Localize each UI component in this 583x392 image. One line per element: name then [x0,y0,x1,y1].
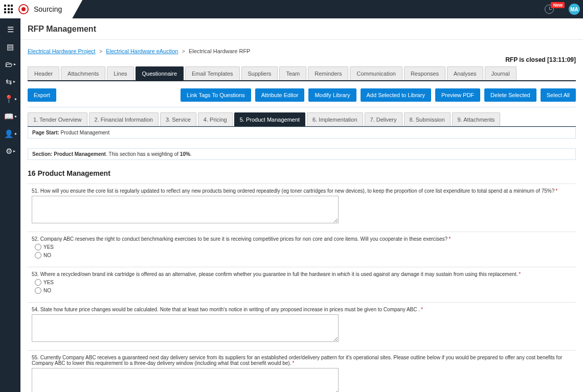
sidebar-item-list[interactable]: ▤ [0,39,20,54]
question-52: 52. Company ABC reserves the right to co… [28,232,576,267]
sidebar-item-folder[interactable]: 🗁▸ [0,56,20,72]
subtab-delivery[interactable]: 7. Delivery [365,112,402,126]
new-badge: New [551,2,565,8]
topbar-right: New MA [545,0,580,18]
chevron-right-icon: ▸ [15,114,17,119]
tab-attachments[interactable]: Attachments [61,66,105,80]
radio-option-no[interactable]: NO [35,287,576,294]
page-start-label: Page Start: [32,130,59,135]
sidebar-item-transfer[interactable]: ⇆▸ [0,74,20,89]
status-text: RFP is closed [13:11:09] [28,56,576,63]
top-tabs: Header Attachments Lines Questionnaire E… [28,66,576,81]
page-start-value: Product Management [61,130,110,135]
breadcrumb-link-2[interactable]: Electrical Hardware eAuction [106,48,178,54]
answer-textarea-55[interactable] [32,368,339,392]
delete-selected-button[interactable]: Delete Selected [484,88,536,102]
tab-journal[interactable]: Journal [485,66,517,80]
subtab-product-management[interactable]: 5. Product Management [234,112,305,126]
attribute-editor-button[interactable]: Attribute Editor [255,88,305,102]
section-weight-text: . This section has a weighting of [106,151,180,157]
tab-questionnaire[interactable]: Questionnaire [136,66,184,80]
page-start-strip: Page Start: Product Management [28,127,576,139]
main-panel: RFP Management Electrical Hardware Proje… [20,18,583,392]
radio-option-yes[interactable]: YES [35,279,576,286]
toolbar: Export Link Tags To Questions Attribute … [28,88,576,107]
page-title: RFP Management [20,18,583,40]
sidebar: ☰ ▤ 🗁▸ ⇆▸ 📍▸ 📖▸ 👤▸ ⚙▸ [0,18,20,392]
radio-input[interactable] [35,287,41,294]
subtab-pricing[interactable]: 4. Pricing [198,112,233,126]
user-icon: 👤 [4,130,14,137]
subtab-financial-information[interactable]: 2. Financial Information [89,112,159,126]
subtab-submission[interactable]: 8. Submission [404,112,451,126]
breadcrumb-link-1[interactable]: Electrical Hardware Project [28,48,96,54]
link-tags-button[interactable]: Link Tags To Questions [181,88,251,102]
tab-reminders[interactable]: Reminders [308,66,348,80]
transfer-icon: ⇆ [6,78,12,85]
required-mark: * [555,188,557,194]
sidebar-item-location[interactable]: 📍▸ [0,91,20,106]
answer-textarea-54[interactable] [32,314,339,342]
question-label: 55. Currently Company ABC receives a gua… [32,355,576,366]
subtab-attachments[interactable]: 9. Attachments [452,112,501,126]
subtab-service[interactable]: 3. Service [160,112,196,126]
section-name: Product Management [54,151,106,157]
radio-label: NO [43,288,51,293]
sidebar-item-settings[interactable]: ⚙▸ [0,143,20,158]
tab-communication[interactable]: Communication [350,66,402,80]
question-53: 53. Where a recycled/own brand ink cartr… [28,267,576,302]
location-icon: 📍 [4,95,14,103]
brand-logo [18,4,29,14]
question-label: 54. State how future price changes would… [32,307,576,312]
required-mark: * [449,236,451,242]
breadcrumb-sep: > [99,48,102,54]
radio-input[interactable] [35,244,41,250]
section-title: 16 Product Management [28,169,576,177]
chevron-right-icon: ▸ [15,131,17,136]
export-button[interactable]: Export [28,88,56,102]
tab-lines[interactable]: Lines [107,66,133,80]
topbar: Sourcing New MA [0,0,583,18]
add-to-library-button[interactable]: Add Selected to Library [361,88,431,102]
menu-button[interactable]: ☰ [0,21,20,37]
tab-email-templates[interactable]: Email Templates [185,66,240,80]
radio-input[interactable] [35,279,41,286]
radio-label: YES [43,280,54,285]
radio-label: YES [43,244,54,250]
brand-text: Sourcing [34,5,62,13]
breadcrumb-sep: > [182,48,185,54]
breadcrumb-current: Electrical Hardware RFP [189,48,250,54]
avatar[interactable]: MA [569,4,580,15]
subtab-tender-overview[interactable]: 1. Tender Overview [28,112,87,126]
sidebar-item-user[interactable]: 👤▸ [0,126,20,141]
chevron-right-icon: ▸ [14,62,16,66]
tab-analyses[interactable]: Analyses [447,66,483,80]
apps-icon[interactable] [4,5,13,14]
question-label: 52. Company ABC reserves the right to co… [32,236,576,242]
tab-team[interactable]: Team [279,66,306,80]
tab-header[interactable]: Header [28,66,59,80]
chevron-right-icon: ▸ [15,97,17,101]
subtab-implementation[interactable]: 6. Implementation [307,112,363,126]
required-mark: * [519,271,521,277]
answer-textarea-51[interactable] [32,196,339,223]
radio-input[interactable] [35,252,41,259]
radio-option-yes[interactable]: YES [35,244,576,250]
radio-option-no[interactable]: NO [35,252,576,259]
required-mark: * [421,307,423,312]
chevron-right-icon: ▸ [13,79,15,84]
question-label: 51. How will you ensure the core list is… [32,188,576,194]
question-label: 53. Where a recycled/own brand ink cartr… [32,271,576,277]
question-text: 55. Currently Company ABC receives a gua… [32,355,562,366]
tab-responses[interactable]: Responses [404,66,445,80]
preview-pdf-button[interactable]: Preview PDF [435,88,480,102]
modify-library-button[interactable]: Modify Library [308,88,356,102]
section-period: . [190,151,192,157]
sub-tabs: 1. Tender Overview 2. Financial Informat… [28,112,576,127]
question-54: 54. State how future price changes would… [28,302,576,350]
select-all-button[interactable]: Select All [541,88,576,102]
question-55: 55. Currently Company ABC receives a gua… [28,350,576,392]
book-icon: 📖 [4,112,14,120]
tab-suppliers[interactable]: Suppliers [241,66,278,80]
sidebar-item-book[interactable]: 📖▸ [0,108,20,124]
